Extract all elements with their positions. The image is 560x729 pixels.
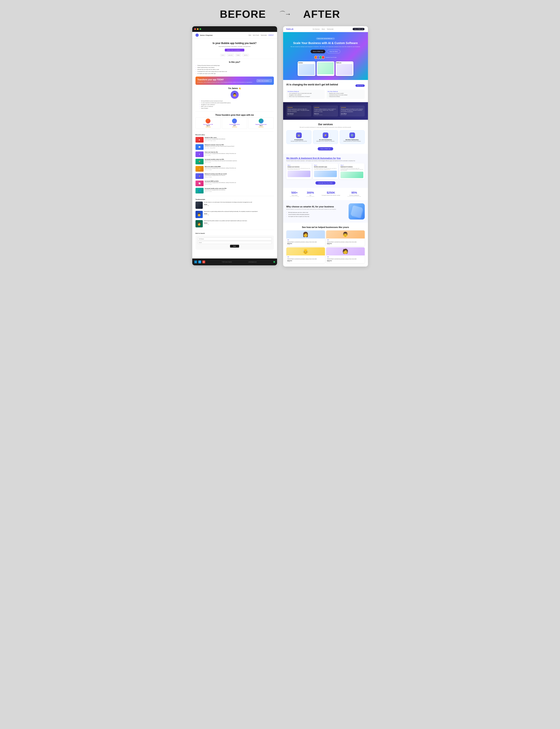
win-thumb-0: ▶: [195, 137, 204, 143]
step-visual-0: [288, 171, 310, 177]
after-hero-title: Scale Your Business with AI & Custom Sof…: [286, 41, 365, 45]
after-ai-toggle-button[interactable]: Start-Up Try: [355, 84, 365, 87]
transform-cta-button[interactable]: Book a free consultation →: [257, 79, 272, 82]
service-desc-2: Detailed operations for maximum efficien…: [341, 141, 363, 142]
case-image-3: 🧑: [326, 247, 365, 255]
divider-5: [195, 230, 274, 230]
testimonial-text-2: James found the perfect solution to our …: [204, 220, 247, 222]
case-text-2: RabiLab helped us automate key processes…: [287, 258, 324, 260]
linkedin-icon[interactable]: in: [194, 261, 197, 263]
win-info-2: Grew user base by 15x By planning and ma…: [205, 151, 274, 156]
service-card-1: ⚡ No code development Build apps for you…: [313, 130, 338, 144]
service-icon-0: 🤖: [296, 132, 302, 138]
step-title-1: Identify automation gaps: [314, 166, 337, 167]
stat-sublabel-0: for our clients on average: [290, 196, 299, 197]
mail-icon[interactable]: M: [202, 261, 205, 263]
after-nav-logo: RabiLab: [286, 28, 294, 30]
after-hero-primary-cta[interactable]: Book a FREE Call: [311, 50, 325, 53]
after-nav-link-about[interactable]: About: [322, 28, 325, 30]
before-is-this-you-title: Is this you?: [195, 61, 274, 63]
after-services: Our services We work to provide business…: [283, 120, 368, 154]
why-list: We help businesses save time, reduce cos…: [286, 211, 345, 217]
before-nav: James Chapman Work Get In Touch Testimon…: [192, 32, 277, 39]
before-hero-cta[interactable]: Book a free consultation →: [225, 49, 244, 51]
contact-name-input[interactable]: [198, 237, 272, 240]
case-author-role-1: Founder: [327, 244, 364, 245]
ai-after-item-0: Repetitive tasks running on autopilot: [328, 93, 364, 94]
comparison-header: BEFORE ⌒→ AFTER: [4, 8, 556, 20]
before-contact: Get in touch Book: [195, 232, 274, 253]
twitter-icon[interactable]: T: [198, 261, 201, 263]
james-title: I'm James 👋: [195, 87, 274, 89]
win-stats-6: Revenue: 3 months: [205, 184, 274, 185]
contact-submit-button[interactable]: Book: [230, 245, 239, 248]
before-nav-link-work[interactable]: Work: [249, 35, 251, 36]
before-nav-link-cta[interactable]: CONTACT: [268, 35, 274, 36]
service-desc-1: Build apps for your customers can self-s…: [314, 141, 337, 142]
win-stat-3-0: Orders: 3 months: [205, 162, 211, 163]
win-item-7: 👥 Increased weekly active users by 54% B…: [195, 188, 274, 193]
why-item-2: Our experts are here to support you ever…: [286, 215, 345, 217]
step-visual-1: [314, 171, 337, 177]
win-desc-7: By planning and managing Bubble and arch…: [205, 189, 274, 191]
before-nav-link-contact[interactable]: Get In Touch: [253, 35, 259, 36]
win-item-1: 📊 Reduced customer churn by 54% Identifi…: [195, 144, 274, 150]
after-hero-badge[interactable]: Book a Call - Get the FREE call →: [316, 38, 335, 40]
before-footer: in T M © 2024 James Chapman jameschapman…: [192, 258, 277, 265]
before-nav-link-testimonials[interactable]: Testimonials: [261, 35, 267, 36]
testimonial-text-0: It's clear James is a no-code expert. An…: [204, 202, 252, 203]
list-item: Worried that your app won't be able to s…: [195, 68, 274, 70]
ai-compare-grid: Life Before RabiLab You're spending 60+ …: [286, 90, 365, 99]
testimonial-thumb-0: [195, 202, 203, 209]
testimonial-content-2: James found the perfect solution to our …: [204, 220, 247, 225]
case-text-1: RabiLab helped us automate key processes…: [327, 242, 364, 243]
before-testimonials-title: Testimonials: [195, 199, 274, 200]
james-stat-0: UK based Bubble & product development Ex…: [200, 100, 270, 102]
services-cta-button[interactable]: Book a FREE Call: [318, 147, 333, 150]
contact-form: Book: [195, 235, 274, 250]
after-ai-title: AI is changing the world don't get left …: [286, 83, 338, 86]
contact-email-input[interactable]: [198, 241, 272, 244]
after-nav: RabiLab Our Services About Testimonials …: [283, 26, 368, 32]
stat-3: 95% Customer Satisfaction From all our e…: [348, 191, 361, 197]
win-info-5: Reduced running costs $1k per month By p…: [205, 173, 274, 178]
win-stats-4: Revenue: 3 months: [205, 169, 274, 170]
step-card-2: Step 3 Implement AI solutions Our specia…: [339, 163, 365, 179]
dark-author-role-2: CEO · Founder: [341, 114, 364, 115]
stat-number-1: 300%: [306, 191, 314, 194]
james-stat-4: Figma Designer: [200, 108, 270, 109]
win-stat-1-0: Churn: 43%: [205, 147, 209, 148]
after-nav-link-testimonials[interactable]: Testimonials: [327, 28, 333, 30]
after-nav-cta-button[interactable]: Get a FREE call: [353, 28, 365, 30]
win-title-6: Increased MRR by $2.5k: [205, 181, 274, 182]
after-nav-link-services[interactable]: Our Services: [313, 28, 320, 30]
case-image-1: 👨: [326, 230, 365, 238]
win-stat-4-0: Revenue: 3 months: [205, 169, 212, 170]
why-content: Why choose us smarter AI, for your busin…: [286, 205, 345, 217]
win-desc-5: By planning and managing Bubble and arch…: [205, 175, 274, 176]
win-title-0: Scaled to 32k+ users: [205, 137, 274, 138]
screenshot-title-0: NutriEats: [298, 62, 315, 63]
case-quote-3: ❝❝: [327, 256, 364, 258]
before-nav-logo: James Chapman: [200, 34, 213, 36]
founder-stars-2: ★★★★★: [250, 126, 272, 128]
founders-section: These founders grew their apps with me G…: [195, 114, 274, 129]
step-desc-0: We review your current processes to unde…: [288, 168, 310, 170]
ai-before-item-2: Want to stay on top of developments in A…: [288, 96, 324, 97]
after-automation: We Identify & Implement first AI Automat…: [283, 154, 368, 188]
win-desc-6: By planning and managing Bubble and arch…: [205, 182, 274, 183]
list-item: Or maybe your app is just a little ugly: [195, 72, 274, 75]
service-card-0: 🤖 AI Automations Automate repetitive tas…: [286, 130, 311, 144]
win-item-4: 💰 Went from $2k to $14k MRR By planning …: [195, 166, 274, 172]
win-item-0: ▶ Scaled to 32k+ users By planning and m…: [195, 137, 274, 143]
list-item: Frustrated from users aren't doing what …: [195, 70, 274, 72]
automation-cta-button[interactable]: Automate Your First FREE: [315, 181, 335, 185]
screenshot-image-2: [336, 64, 353, 75]
after-hero-secondary-cta[interactable]: View Our Work: [327, 50, 340, 53]
step-desc-2: Our specialists design and deploy AI aut…: [340, 168, 363, 171]
screenshot-card-0: NutriEats: [298, 61, 315, 76]
dark-testimonial-0: ★★★★★ RabiLab transformed our vision int…: [286, 105, 311, 117]
founders-title: These founders grew their apps with me: [195, 114, 274, 116]
after-testimonials-dark: ★★★★★ RabiLab transformed our vision int…: [283, 102, 368, 120]
case-info-0: ❝❝ RabiLab helped us automate key proces…: [286, 238, 325, 246]
